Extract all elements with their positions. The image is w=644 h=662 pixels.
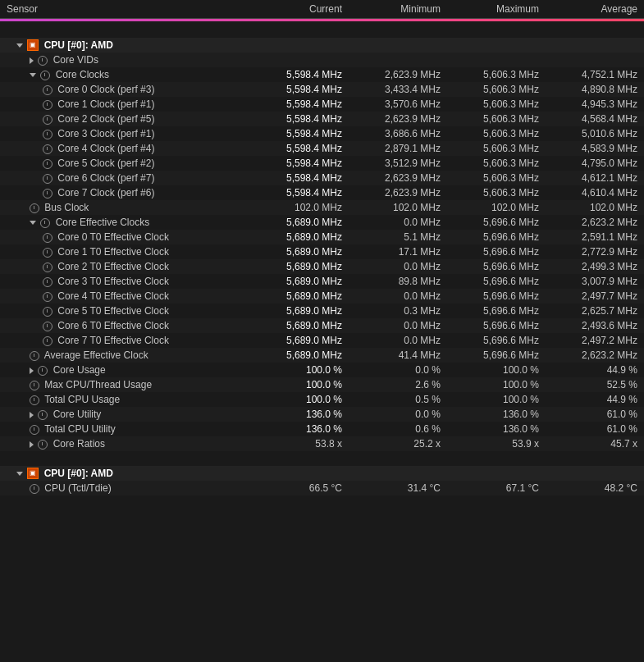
cpu-section-header-0[interactable]: ▣ CPU [#0]: AMD <box>0 38 644 53</box>
clock-icon <box>38 410 48 420</box>
table-row[interactable]: CPU (Tctl/Tdie) 66.5 °C 31.4 °C 67.1 °C … <box>0 481 644 495</box>
table-row[interactable]: Core 1 T0 Effective Clock 5,689.0 MHz 17… <box>0 244 644 259</box>
expand-icon <box>16 472 23 476</box>
table-header: Sensor Current Minimum Maximum Average <box>0 0 644 19</box>
expand-icon <box>30 368 34 374</box>
expand-icon <box>30 57 34 64</box>
clock-icon <box>43 85 53 95</box>
clock-icon <box>30 381 39 390</box>
clock-icon <box>43 100 53 110</box>
clock-icon <box>40 71 50 80</box>
clock-icon <box>30 203 39 213</box>
clock-icon <box>43 233 53 243</box>
maximum-column-header: Maximum <box>447 3 546 15</box>
clock-icon <box>40 218 50 228</box>
clock-icon <box>38 366 48 376</box>
clock-icon <box>43 144 53 154</box>
table-row[interactable]: Total CPU Usage 100.0 % 0.5 % 100.0 % 44… <box>0 392 644 407</box>
cpu-section-label-2: CPU [#0]: AMD <box>44 468 113 479</box>
table-row[interactable]: Core VIDs <box>0 53 644 67</box>
table-row[interactable]: Core 7 T0 Effective Clock 5,689.0 MHz 0.… <box>0 333 644 348</box>
clock-icon <box>43 322 53 331</box>
table-row[interactable]: Core Clocks 5,598.4 MHz 2,623.9 MHz 5,60… <box>0 67 644 82</box>
sensor-table: Sensor Current Minimum Maximum Average ▣… <box>0 0 644 495</box>
expand-icon <box>16 43 23 48</box>
cpu-section-header-1[interactable]: ▣ CPU [#0]: AMD <box>0 466 644 481</box>
clock-icon <box>30 395 39 405</box>
accent-bar <box>0 19 644 21</box>
minimum-column-header: Minimum <box>349 3 447 15</box>
table-row[interactable]: Core 0 Clock (perf #3) 5,598.4 MHz 3,433… <box>0 82 644 97</box>
clock-icon <box>38 56 48 66</box>
expand-icon <box>30 73 36 77</box>
table-row[interactable]: Core Usage 100.0 % 0.0 % 100.0 % 44.9 % <box>0 363 644 377</box>
table-row[interactable]: Core 3 T0 Effective Clock 5,689.0 MHz 89… <box>0 274 644 289</box>
clock-icon <box>43 115 53 125</box>
clock-icon <box>43 277 53 287</box>
table-row[interactable]: Core 6 T0 Effective Clock 5,689.0 MHz 0.… <box>0 318 644 333</box>
table-row[interactable]: Max CPU/Thread Usage 100.0 % 2.6 % 100.0… <box>0 377 644 392</box>
clock-icon <box>43 248 53 258</box>
expand-icon <box>30 441 34 448</box>
table-row[interactable]: Core 7 Clock (perf #6) 5,598.4 MHz 2,623… <box>0 185 644 200</box>
table-row[interactable]: Core 2 T0 Effective Clock 5,689.0 MHz 0.… <box>0 259 644 274</box>
clock-icon <box>30 425 39 435</box>
table-row[interactable]: Core 4 T0 Effective Clock 5,689.0 MHz 0.… <box>0 289 644 304</box>
sensor-column-header: Sensor <box>0 3 250 15</box>
average-column-header: Average <box>546 3 644 15</box>
clock-icon <box>38 440 48 450</box>
current-column-header: Current <box>250 3 349 15</box>
clock-icon <box>43 174 53 184</box>
cpu-icon: ▣ <box>27 39 39 51</box>
table-row[interactable]: Core 5 Clock (perf #2) 5,598.4 MHz 3,512… <box>0 156 644 171</box>
clock-icon <box>43 307 53 317</box>
table-row[interactable]: Core 4 Clock (perf #4) 5,598.4 MHz 2,879… <box>0 141 644 156</box>
table-row[interactable]: Core Utility 136.0 % 0.0 % 136.0 % 61.0 … <box>0 407 644 422</box>
table-row[interactable]: Core 2 Clock (perf #5) 5,598.4 MHz 2,623… <box>0 112 644 126</box>
table-row[interactable]: Core 6 Clock (perf #7) 5,598.4 MHz 2,623… <box>0 171 644 185</box>
expand-icon <box>30 221 36 225</box>
table-row[interactable]: Core 5 T0 Effective Clock 5,689.0 MHz 0.… <box>0 304 644 318</box>
clock-icon <box>43 336 53 346</box>
clock-icon <box>43 292 53 302</box>
table-row[interactable]: Total CPU Utility 136.0 % 0.6 % 136.0 % … <box>0 422 644 436</box>
table-row[interactable]: Core Ratios 53.8 x 25.2 x 53.9 x 45.7 x <box>0 436 644 451</box>
clock-icon <box>30 484 39 494</box>
clock-icon <box>43 159 53 169</box>
clock-icon <box>30 351 39 361</box>
expand-icon <box>30 412 34 418</box>
cpu-icon: ▣ <box>27 468 39 479</box>
clock-icon <box>43 130 53 139</box>
table-row[interactable]: Core Effective Clocks 5,689.0 MHz 0.0 MH… <box>0 215 644 230</box>
cpu-section-label: CPU [#0]: AMD <box>44 39 113 51</box>
table-row[interactable]: Average Effective Clock 5,689.0 MHz 41.4… <box>0 348 644 363</box>
table-row[interactable]: Core 3 Clock (perf #1) 5,598.4 MHz 3,686… <box>0 126 644 141</box>
table-row[interactable]: Core 1 Clock (perf #1) 5,598.4 MHz 3,570… <box>0 97 644 112</box>
clock-icon <box>43 189 53 199</box>
table-row[interactable]: Bus Clock 102.0 MHz 102.0 MHz 102.0 MHz … <box>0 200 644 215</box>
table-row[interactable]: Core 0 T0 Effective Clock 5,689.0 MHz 5.… <box>0 230 644 244</box>
spacer-row-2 <box>0 451 644 466</box>
spacer-row <box>0 23 644 38</box>
clock-icon <box>43 263 53 272</box>
